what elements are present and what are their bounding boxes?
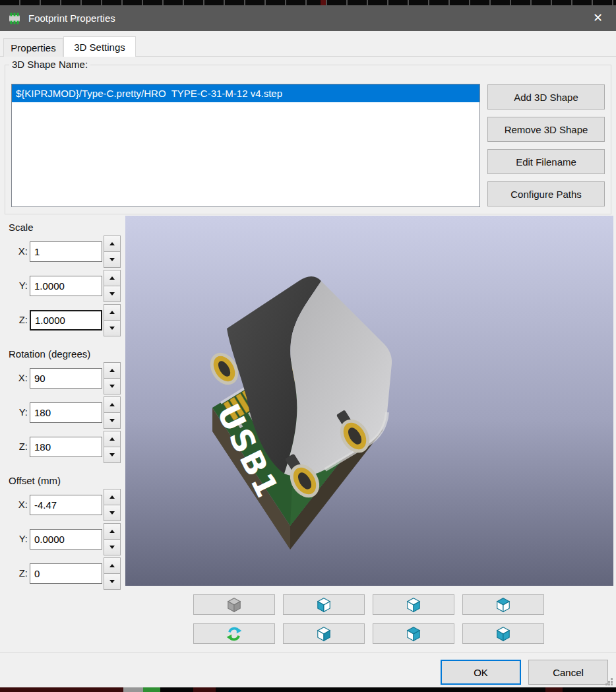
rotation-x-spin-down-button[interactable] xyxy=(104,378,121,394)
offset-y-spinner xyxy=(104,523,121,555)
offset-x-spin-up-button[interactable] xyxy=(104,489,121,505)
scale-x-input[interactable] xyxy=(30,241,102,262)
down-arrow-icon xyxy=(109,511,115,515)
view-right-cube-icon xyxy=(315,625,332,643)
scale-x-spin-up-button[interactable] xyxy=(104,236,121,252)
up-arrow-icon xyxy=(109,403,115,406)
rotation-z-label: Z: xyxy=(0,441,28,452)
usb-connector-3d-model: USB1 xyxy=(125,216,613,586)
down-arrow-icon xyxy=(109,419,115,422)
offset-y-label: Y: xyxy=(0,533,28,544)
rotation-z-input[interactable] xyxy=(30,437,102,457)
offset-x-spinner xyxy=(104,489,121,521)
view-top-cube-icon xyxy=(495,596,512,613)
offset-z-row: Z: xyxy=(0,563,123,596)
scale-y-spin-down-button[interactable] xyxy=(104,286,121,302)
view-bottom-button[interactable] xyxy=(462,623,544,644)
scale-y-spin-up-button[interactable] xyxy=(104,270,121,286)
rotate-view-button[interactable] xyxy=(193,623,275,644)
rotation-x-label: X: xyxy=(0,372,28,383)
scale-z-spinner xyxy=(104,304,121,336)
rotation-section-label: Rotation (degrees) xyxy=(9,348,90,360)
cancel-button[interactable]: Cancel xyxy=(528,660,608,685)
offset-x-spin-down-button[interactable] xyxy=(104,505,121,521)
rotation-y-label: Y: xyxy=(0,406,28,418)
offset-x-label: X: xyxy=(0,499,28,510)
tab-3d-settings-label: 3D Settings xyxy=(74,42,125,53)
add-3d-shape-button[interactable]: Add 3D Shape xyxy=(487,84,605,110)
tab-3d-settings[interactable]: 3D Settings xyxy=(63,36,136,57)
title-bar[interactable]: Footprint Properties ✕ xyxy=(0,5,616,31)
offset-z-input[interactable] xyxy=(30,563,102,584)
view-iso-button[interactable] xyxy=(193,594,275,615)
view-left-button[interactable] xyxy=(283,594,365,615)
offset-z-spin-down-button[interactable] xyxy=(104,573,121,590)
up-arrow-icon xyxy=(109,276,115,280)
view-back-button[interactable] xyxy=(373,623,454,644)
offset-z-label: Z: xyxy=(0,567,28,579)
up-arrow-icon xyxy=(109,564,115,567)
view-left-cube-icon xyxy=(315,596,332,613)
scale-x-spinner xyxy=(104,236,121,268)
view-front-button[interactable] xyxy=(373,594,454,615)
edit-filename-button[interactable]: Edit Filename xyxy=(487,149,605,174)
rotation-y-spin-down-button[interactable] xyxy=(104,412,121,429)
down-arrow-icon xyxy=(109,258,115,261)
view-back-cube-icon xyxy=(405,625,422,643)
background-app-bottom-strip xyxy=(0,687,616,692)
rotation-y-spinner xyxy=(104,396,121,429)
shape-list-item-selected[interactable]: ${KIPRJMOD}/Type-C.pretty/HRO TYPE-C-31-… xyxy=(12,84,479,102)
scale-z-spin-up-button[interactable] xyxy=(104,304,121,321)
close-button[interactable]: ✕ xyxy=(580,5,616,31)
configure-paths-button[interactable]: Configure Paths xyxy=(487,181,605,206)
scale-z-row: Z: xyxy=(0,310,123,342)
offset-section-label: Offset (mm) xyxy=(9,475,61,486)
scale-y-spinner xyxy=(104,270,121,302)
scale-z-label: Z: xyxy=(0,314,28,325)
view-bottom-cube-icon xyxy=(495,625,512,643)
up-arrow-icon xyxy=(109,311,115,314)
view-right-button[interactable] xyxy=(283,623,365,644)
rotation-z-spin-up-button[interactable] xyxy=(104,431,121,447)
rotation-x-input[interactable] xyxy=(30,368,102,389)
up-arrow-icon xyxy=(109,242,115,245)
background-app-top-strip xyxy=(0,0,616,5)
up-arrow-icon xyxy=(109,495,115,499)
rotation-y-input[interactable] xyxy=(30,402,102,423)
up-arrow-icon xyxy=(109,369,115,372)
rotation-x-spin-up-button[interactable] xyxy=(104,362,121,379)
down-arrow-icon xyxy=(109,546,115,549)
rotation-y-row: Y: xyxy=(0,402,123,435)
scale-x-spin-down-button[interactable] xyxy=(104,251,121,268)
scale-z-spin-down-button[interactable] xyxy=(104,320,121,336)
scale-section-label: Scale xyxy=(9,222,34,233)
footprint-icon xyxy=(7,12,22,25)
rotation-z-spin-down-button[interactable] xyxy=(104,447,121,463)
scale-z-input[interactable] xyxy=(30,310,102,330)
scale-x-row: X: xyxy=(0,241,123,274)
3d-preview-viewport[interactable]: USB1 xyxy=(125,216,613,586)
rotation-y-spin-up-button[interactable] xyxy=(104,396,121,413)
ok-button[interactable]: OK xyxy=(441,660,521,685)
view-top-button[interactable] xyxy=(462,594,544,615)
offset-y-spin-down-button[interactable] xyxy=(104,539,121,555)
down-arrow-icon xyxy=(109,580,115,583)
resize-grip[interactable] xyxy=(605,678,613,686)
close-icon: ✕ xyxy=(593,11,603,24)
tab-properties[interactable]: Properties xyxy=(3,38,63,57)
shape-list[interactable]: ${KIPRJMOD}/Type-C.pretty/HRO TYPE-C-31-… xyxy=(11,84,480,207)
tab-properties-label: Properties xyxy=(11,42,55,53)
offset-x-input[interactable] xyxy=(30,495,102,515)
footprint-properties-dialog: Footprint Properties ✕ Properties 3D Set… xyxy=(0,0,616,692)
offset-y-spin-up-button[interactable] xyxy=(104,523,121,540)
down-arrow-icon xyxy=(109,327,115,330)
remove-3d-shape-button[interactable]: Remove 3D Shape xyxy=(487,117,605,142)
scale-y-input[interactable] xyxy=(30,276,102,296)
shape-group-label: 3D Shape Name: xyxy=(9,59,90,70)
offset-z-spin-up-button[interactable] xyxy=(104,557,121,574)
offset-y-input[interactable] xyxy=(30,529,102,550)
up-arrow-icon xyxy=(109,437,115,441)
window-title: Footprint Properties xyxy=(28,13,115,24)
background-red-tick xyxy=(321,0,326,5)
down-arrow-icon xyxy=(109,385,115,388)
